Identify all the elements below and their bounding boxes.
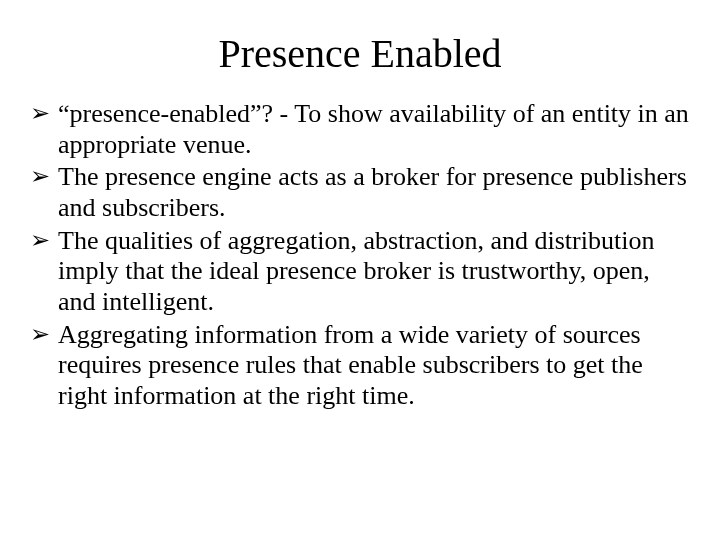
bullet-marker-icon: ➢	[30, 162, 50, 190]
slide-title: Presence Enabled	[30, 30, 690, 77]
list-item: ➢ Aggregating information from a wide va…	[30, 320, 690, 412]
bullet-marker-icon: ➢	[30, 99, 50, 127]
bullet-marker-icon: ➢	[30, 320, 50, 348]
bullet-list: ➢ “presence-enabled”? - To show availabi…	[30, 99, 690, 412]
list-item: ➢ “presence-enabled”? - To show availabi…	[30, 99, 690, 160]
bullet-text: The presence engine acts as a broker for…	[58, 162, 687, 222]
bullet-text: The qualities of aggregation, abstractio…	[58, 226, 654, 316]
bullet-marker-icon: ➢	[30, 226, 50, 254]
list-item: ➢ The qualities of aggregation, abstract…	[30, 226, 690, 318]
bullet-text: “presence-enabled”? - To show availabili…	[58, 99, 689, 159]
slide: Presence Enabled ➢ “presence-enabled”? -…	[0, 0, 720, 540]
bullet-text: Aggregating information from a wide vari…	[58, 320, 643, 410]
list-item: ➢ The presence engine acts as a broker f…	[30, 162, 690, 223]
